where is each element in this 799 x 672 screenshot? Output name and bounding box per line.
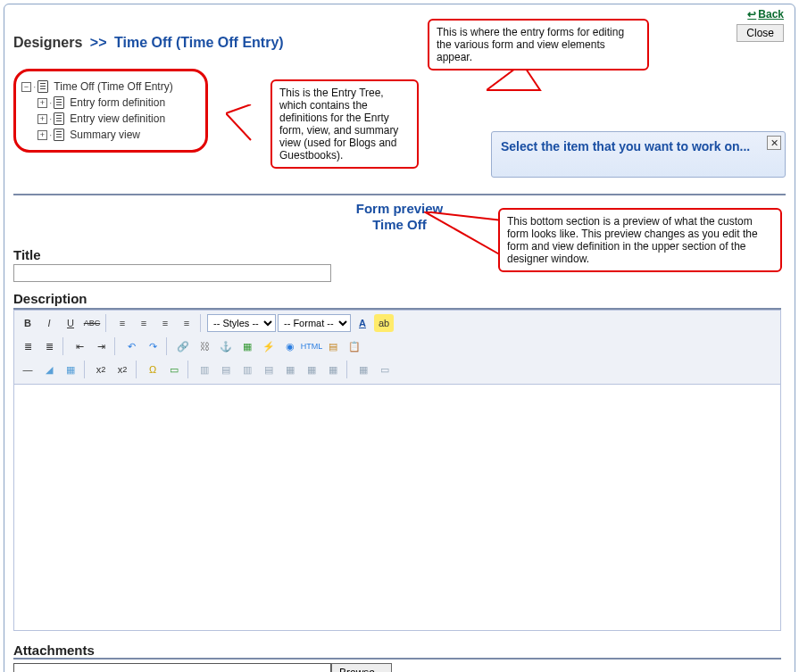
unordered-list-icon[interactable]: ≣ — [39, 337, 59, 355]
tree-dots: · — [33, 80, 36, 93]
align-left-icon[interactable]: ≡ — [112, 314, 132, 332]
format-select[interactable]: -- Format -- — [278, 314, 351, 332]
entry-tree: − · Time Off (Time Off Entry) + · Entry … — [13, 69, 208, 153]
strikethrough-icon[interactable]: ABC — [82, 314, 102, 332]
panel-close-icon[interactable]: ✕ — [767, 136, 781, 150]
bold-icon[interactable]: B — [18, 314, 37, 332]
close-button[interactable]: Close — [737, 24, 784, 42]
toolbar-separator — [166, 337, 170, 355]
merge-cells-icon[interactable]: ▦ — [280, 361, 300, 378]
toolbar-separator — [346, 361, 350, 378]
insert-col-icon[interactable]: ▤ — [216, 361, 236, 378]
outdent-icon[interactable]: ⇤ — [70, 337, 89, 355]
about-icon[interactable]: ◉ — [280, 337, 300, 355]
align-center-icon[interactable]: ≡ — [134, 314, 154, 332]
back-arrow-icon: ↩ — [747, 8, 756, 21]
attachments-label: Attachments — [13, 643, 786, 658]
callout-preview-text: This bottom section is a preview of what… — [507, 215, 758, 265]
superscript-icon[interactable]: x2 — [112, 361, 132, 378]
toolbar-separator — [105, 314, 109, 332]
top-section: − · Time Off (Time Off Entry) + · Entry … — [13, 69, 786, 178]
expand-icon[interactable]: + — [37, 130, 47, 140]
split-cell-icon[interactable]: ▦ — [302, 361, 321, 378]
form-preview: Title Description B I U ABC ≡ ≡ ≡ ≡ -- S… — [13, 247, 786, 672]
toolbar-separator — [84, 361, 87, 378]
subscript-icon[interactable]: x2 — [91, 361, 111, 378]
toolbar-separator — [200, 314, 204, 332]
collapse-icon[interactable]: − — [21, 82, 31, 92]
eraser-icon[interactable]: ◢ — [39, 361, 59, 378]
expand-icon[interactable]: + — [37, 114, 47, 124]
paste-icon[interactable]: 📋 — [345, 337, 364, 355]
tree-child-label: Entry view definition — [70, 112, 165, 125]
link-icon[interactable]: 🔗 — [173, 337, 193, 355]
callout-tree-connector — [226, 104, 253, 149]
toolbar-separator — [62, 337, 66, 355]
designer-window: ↩Back Close Designers >> Time Off (Time … — [4, 4, 795, 672]
section-divider — [13, 194, 786, 195]
flash-icon[interactable]: ⚡ — [259, 337, 279, 355]
rich-text-editor: B I U ABC ≡ ≡ ≡ ≡ -- Styles -- -- Format… — [13, 308, 781, 634]
toolbar-separator — [187, 361, 191, 378]
italic-icon[interactable]: I — [39, 314, 59, 332]
description-editor[interactable] — [13, 385, 781, 631]
tree-child-label: Entry form definition — [70, 96, 165, 109]
delete-row-icon[interactable]: ▥ — [237, 361, 257, 378]
page-break-icon[interactable]: ▭ — [164, 361, 184, 378]
horizontal-rule-icon[interactable]: — — [18, 361, 37, 378]
tree-root-row[interactable]: − · Time Off (Time Off Entry) — [21, 79, 193, 95]
tree-child-row[interactable]: + · Entry form definition — [37, 95, 193, 111]
tree-child-label: Summary view — [70, 129, 140, 141]
image-icon[interactable]: ▦ — [237, 337, 257, 355]
redo-icon[interactable]: ↷ — [143, 337, 162, 355]
underline-icon[interactable]: U — [61, 314, 80, 332]
browse-button[interactable]: Browse... — [331, 663, 392, 672]
breadcrumb-sep: >> — [90, 35, 107, 50]
source-icon[interactable]: HTML — [302, 337, 321, 355]
anchor-icon[interactable]: ⚓ — [216, 337, 236, 355]
breadcrumb-root: Designers — [13, 35, 82, 50]
document-icon — [54, 129, 64, 141]
template-icon[interactable]: ▤ — [323, 337, 343, 355]
maximize-icon[interactable]: ▭ — [375, 361, 395, 378]
tree-dots: · — [49, 96, 52, 109]
tree-dots: · — [49, 129, 52, 141]
callout-preview: This bottom section is a preview of what… — [498, 208, 782, 272]
unlink-icon[interactable]: ⛓ — [195, 337, 214, 355]
styles-select[interactable]: -- Styles -- — [207, 314, 276, 332]
align-justify-icon[interactable]: ≡ — [177, 314, 196, 332]
show-blocks-icon[interactable]: ▦ — [354, 361, 373, 378]
callout-editor: This is where the entry forms for editin… — [428, 19, 649, 71]
toolbar-separator — [114, 337, 118, 355]
file-path-input[interactable] — [13, 663, 331, 672]
expand-icon[interactable]: + — [37, 98, 47, 108]
cell-props-icon[interactable]: ▦ — [323, 361, 343, 378]
align-right-icon[interactable]: ≡ — [155, 314, 175, 332]
attachments-row: Browse... — [13, 658, 781, 672]
editor-panel: ✕ Select the item that you want to work … — [491, 131, 786, 178]
callout-tree: This is the Entry Tree, which contains t… — [270, 79, 419, 169]
toolbar-separator — [136, 361, 139, 378]
undo-icon[interactable]: ↶ — [121, 337, 141, 355]
tree-child-row[interactable]: + · Summary view — [37, 127, 193, 143]
ordered-list-icon[interactable]: ≣ — [18, 337, 37, 355]
back-label: Back — [758, 8, 784, 21]
text-color-icon[interactable]: A — [353, 314, 372, 332]
special-char-icon[interactable]: Ω — [143, 361, 162, 378]
document-icon — [54, 112, 64, 125]
table-icon[interactable]: ▦ — [61, 361, 80, 378]
highlight-icon[interactable]: ab — [374, 314, 394, 332]
document-icon — [37, 80, 48, 93]
tree-dots: · — [49, 112, 52, 125]
delete-col-icon[interactable]: ▤ — [259, 361, 279, 378]
breadcrumb-current: Time Off (Time Off Entry) — [114, 35, 284, 50]
callout-editor-text: This is where the entry forms for editin… — [437, 26, 624, 63]
breadcrumb: Designers >> Time Off (Time Off Entry) — [13, 35, 786, 51]
tree-root-label: Time Off (Time Off Entry) — [54, 80, 172, 93]
back-link[interactable]: ↩Back — [747, 8, 784, 21]
tree-child-row[interactable]: + · Entry view definition — [37, 111, 193, 127]
insert-row-icon[interactable]: ▥ — [195, 361, 214, 378]
rte-toolbar: B I U ABC ≡ ≡ ≡ ≡ -- Styles -- -- Format… — [13, 310, 781, 385]
title-input[interactable] — [13, 264, 331, 282]
indent-icon[interactable]: ⇥ — [91, 337, 111, 355]
